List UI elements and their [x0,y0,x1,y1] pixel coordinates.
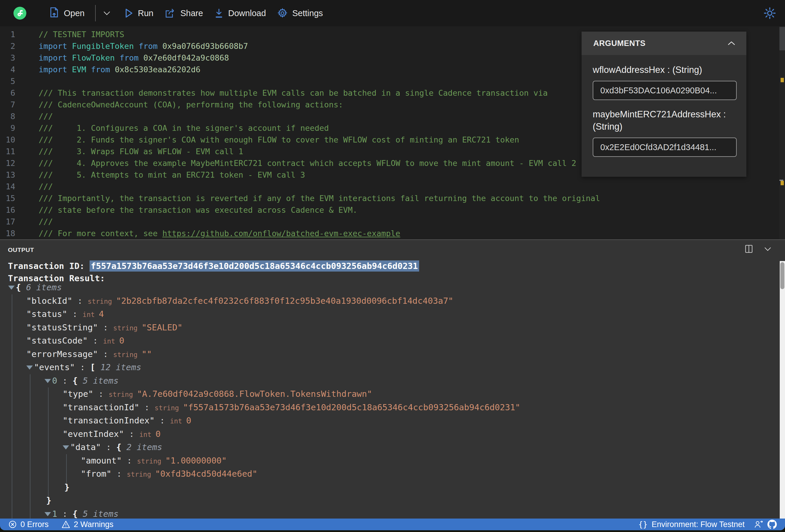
json-tree: { 6 items"blockId" : string "2b28cbfb87d… [0,281,779,518]
json-colon: : [57,509,72,519]
code-token [134,42,138,51]
code-token: import [39,65,67,74]
json-row[interactable]: "amount" : string "1.00000000" [0,454,779,467]
json-row[interactable]: "statusCode" : int 0 [0,334,779,348]
code-text: /// This transaction demonstrates how mu… [23,87,548,99]
json-row[interactable]: "data" : { 2 items [0,441,779,454]
transaction-id-line: Transaction ID: f557a1573b76aa53e73d46f3… [8,261,419,271]
items-count: 12 items [100,362,142,372]
code-token: /// For more context, see [39,229,162,238]
code-token [115,53,120,62]
editor-scrollbar-thumb[interactable] [780,27,785,50]
code-token [157,42,162,51]
code-text: /// [23,216,53,228]
expand-arrow-icon[interactable] [62,446,69,450]
json-key: "type" [62,389,93,399]
theme-toggle-button[interactable] [763,7,776,20]
output-scrollbar-thumb[interactable] [780,262,784,289]
share-button[interactable]: Share [164,8,203,19]
open-button[interactable]: Open [49,7,84,19]
opening-brace: { [73,509,83,519]
json-row[interactable]: "transactionId" : string "f557a1573b76aa… [0,401,779,414]
json-type-label: string [113,324,142,332]
transaction-id-value[interactable]: f557a1573b76aa53e73d46f3e10d200d5c18a653… [90,260,419,272]
wflow-address-input[interactable]: 0xd3bF53DAC106A0290B04... [593,81,737,100]
json-row[interactable]: "blockId" : string "2b28cbfb87da2cfec4f0… [0,295,779,308]
code-token: /// 4. Approves the example MaybeMintERC… [39,159,576,168]
code-line[interactable]: 18/// For more context, see https://gith… [0,228,785,239]
json-row[interactable]: } [0,481,779,494]
warnings-status[interactable]: 2 Warnings [61,520,113,529]
run-button[interactable]: Run [124,8,153,19]
code-line[interactable]: 16/// state before the transaction was e… [0,204,785,216]
json-type-label: string [127,471,155,478]
json-row[interactable]: } [0,494,779,507]
json-row[interactable]: "errorMessage" : string "" [0,348,779,361]
expand-arrow-icon[interactable] [45,379,51,383]
braces-icon: {} [638,520,648,529]
line-number: 18 [0,228,23,239]
code-line[interactable]: 15/// Importantly, the transaction is re… [0,193,785,204]
code-text: /// For more context, see https://github… [23,228,400,239]
code-line[interactable]: 17/// [0,216,785,228]
json-row[interactable]: "eventIndex" : int 0 [0,428,779,441]
json-key: "status" [26,309,67,319]
output-scrollbar[interactable] [780,261,785,518]
code-link[interactable]: https://github.com/onflow/batched-evm-ex… [162,229,400,238]
maybemint-address-input[interactable]: 0x2E2Ed0Cfd3AD2f1d34481... [593,137,737,157]
warning-marker [781,181,784,185]
collapse-output-icon[interactable] [764,247,771,251]
code-text: /// [23,110,53,122]
editor-scrollbar[interactable] [780,26,785,239]
line-number: 6 [0,87,23,99]
code-token: from [138,42,157,51]
github-icon[interactable] [767,520,777,529]
expand-arrow-icon[interactable] [45,512,51,516]
arguments-header[interactable]: ARGUMENTS [582,32,746,55]
code-text: import EVM from 0x8c5303eaa26202d6 [23,64,201,76]
line-number: 14 [0,181,23,193]
argument-label: wflowAddressHex : (String) [593,64,736,76]
settings-button[interactable]: Settings [277,8,323,19]
json-row[interactable]: "status" : int 4 [0,308,779,321]
json-row[interactable]: "type" : string "A.7e60df042a9c0868.Flow… [0,387,779,401]
json-row[interactable]: "events" : [ 12 items [0,361,779,374]
split-panel-icon[interactable] [745,245,753,253]
code-token [110,65,115,74]
json-colon: : [139,402,155,412]
expand-arrow-icon[interactable] [8,286,15,290]
code-token: 0x8c5303eaa26202d6 [115,65,201,74]
json-row[interactable]: "transactionIndex" : int 0 [0,414,779,428]
line-number: 9 [0,122,23,134]
line-number: 15 [0,193,23,204]
line-number: 2 [0,41,23,52]
flow-logo-icon[interactable] [14,7,26,20]
json-value: 0 [155,429,160,439]
collapse-chevron-icon[interactable] [727,41,736,46]
items-count: 6 items [26,282,62,292]
expand-arrow-icon[interactable] [26,365,33,370]
line-number: 3 [0,52,23,64]
json-row[interactable]: 1 : { 5 items [0,507,779,519]
code-line[interactable]: 14/// [0,181,785,193]
json-value: "1.00000000" [166,456,227,465]
code-token: /// 2. Funds the signer's COA with enoug… [39,135,519,144]
json-row[interactable]: 0 : { 5 items [0,374,779,388]
json-row[interactable]: "from" : string "0xfd3b4cd50d44e6ed" [0,467,779,481]
code-token: /// [39,182,53,191]
code-token: /// Importantly, the transaction is reve… [39,194,600,203]
code-token: /// 5. Attempts to mint an ERC721 token … [39,170,305,179]
toolbar: Open Run Share Download [0,0,785,26]
open-dropdown-button[interactable] [102,10,111,16]
code-token: 0x7e60df042a9c0868 [144,53,229,62]
json-row[interactable]: "statusString" : string "SEALED" [0,321,779,334]
errors-status[interactable]: 0 Errors [8,520,49,529]
arguments-panel: ARGUMENTS wflowAddressHex : (String) 0xd… [582,32,746,177]
json-key: "from" [81,469,111,479]
code-token: from [120,53,138,62]
feedback-person-icon[interactable] [754,520,763,529]
json-colon: : [57,376,72,386]
download-button[interactable]: Download [214,8,266,19]
line-number: 4 [0,64,23,76]
json-row[interactable]: { 6 items [0,281,779,295]
